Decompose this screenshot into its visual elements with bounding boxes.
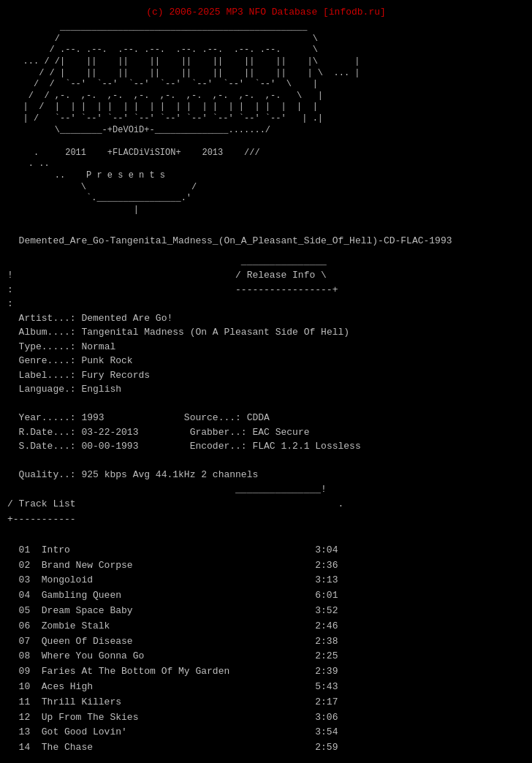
ascii-art-logo: ________________________________________… <box>7 22 525 216</box>
header-title: (c) 2006-2025 MP3 NFO Database [infodb.r… <box>7 6 525 19</box>
release-info-section: _______________ ! / Release Info \ : ---… <box>7 254 525 482</box>
release-filename: Demented_Are_Go-Tangenital_Madness_(On_A… <box>7 221 525 248</box>
tracklist-section: _______________! / Track List . +-------… <box>7 482 525 763</box>
